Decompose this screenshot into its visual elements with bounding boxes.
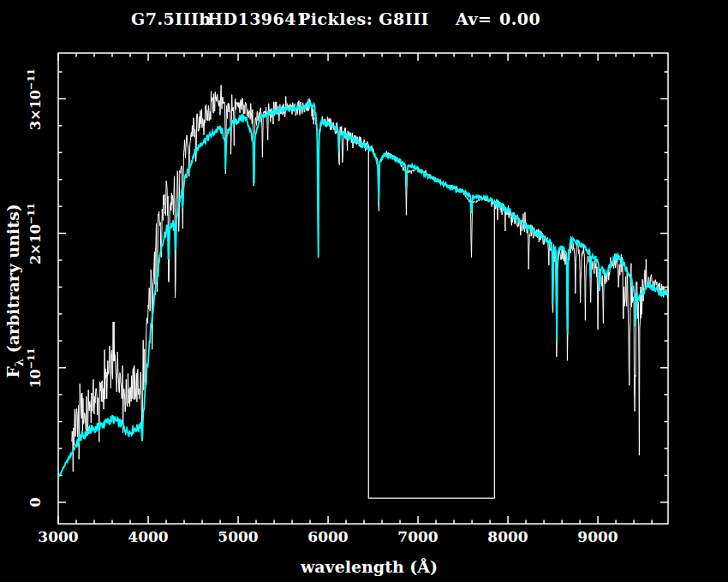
x-tick-label-6000: 6000	[307, 528, 348, 545]
y-tick-exp: −11	[25, 68, 37, 90]
y-tick-label-0: 0	[25, 497, 43, 507]
x-tick-label-9000: 9000	[577, 528, 618, 545]
y-tick-coef: 3×10	[27, 90, 44, 130]
spectrum-chart	[0, 0, 728, 582]
spectrum-viewer-window: G7.5IIIb HD139641 Pickles: G8III Av= 0.0…	[0, 0, 728, 582]
flux-symbol: F	[3, 366, 22, 378]
star-name-label: HD139641	[207, 9, 308, 28]
y-tick-exp: −11	[25, 347, 37, 369]
flux-subscript: λ	[13, 359, 26, 366]
x-tick-label-8000: 8000	[487, 528, 528, 545]
y-axis-label: Fλ (arbitrary units)	[3, 204, 26, 377]
av-label: Av=	[456, 9, 492, 28]
x-axis-label: wavelength (Å)	[301, 557, 438, 576]
y-tick-label-2e-11: 2×10−11	[25, 203, 43, 264]
y-tick-coef: 2×10	[27, 224, 44, 264]
x-tick-label-4000: 4000	[128, 528, 168, 545]
x-tick-label-7000: 7000	[397, 528, 438, 545]
y-tick-coef: 0	[27, 497, 44, 507]
y-tick-label-3e-11: 3×10−11	[25, 68, 43, 130]
y-tick-coef: 10	[27, 369, 44, 388]
x-tick-label-5000: 5000	[218, 528, 258, 545]
y-tick-label-1e-11: 10−11	[25, 347, 43, 388]
flux-units-text: (arbitrary units)	[3, 204, 22, 359]
av-value: 0.00	[499, 9, 540, 28]
pickles-template-label: Pickles: G8III	[298, 9, 429, 28]
x-tick-label-3000: 3000	[38, 528, 78, 545]
y-tick-exp: −11	[25, 203, 37, 224]
star-class-label: G7.5IIIb	[131, 9, 211, 28]
